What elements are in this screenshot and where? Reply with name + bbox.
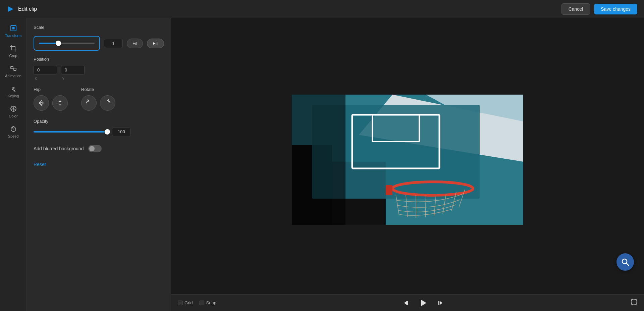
sidebar-item-speed[interactable]: Speed: [2, 122, 25, 141]
svg-rect-21: [386, 185, 392, 195]
sidebar-label-color: Color: [9, 114, 17, 118]
svg-rect-4: [14, 68, 16, 70]
svg-rect-37: [438, 301, 439, 305]
sidebar-item-color[interactable]: Color: [2, 102, 25, 121]
main-layout: Transform Crop Animation: [0, 18, 644, 311]
grid-checkbox[interactable]: [178, 301, 182, 305]
sidebar-item-transform[interactable]: Transform: [2, 21, 25, 40]
sidebar: Transform Crop Animation: [0, 18, 27, 311]
position-label: Position: [34, 57, 49, 62]
scale-value-input[interactable]: [104, 39, 123, 48]
opacity-value-input[interactable]: [112, 127, 131, 136]
sidebar-label-crop: Crop: [9, 54, 17, 58]
sidebar-label-keying: Keying: [8, 94, 19, 98]
scale-section: Scale Fit Fill: [34, 25, 164, 51]
skip-back-button[interactable]: [404, 299, 411, 307]
transform-panel: Scale Fit Fill Position: [27, 18, 171, 311]
save-button[interactable]: Save changes: [594, 4, 637, 14]
header-left: Edit clip: [7, 5, 37, 13]
scale-slider-thumb: [56, 41, 61, 46]
search-icon: [621, 258, 630, 266]
svg-rect-3: [11, 66, 13, 69]
opacity-section: Opacity: [34, 119, 164, 136]
svg-marker-9: [58, 100, 62, 102]
rotate-label: Rotate: [81, 87, 115, 92]
sidebar-item-crop[interactable]: Crop: [2, 42, 25, 60]
preview-area: Grid Snap: [171, 18, 644, 311]
svg-marker-35: [421, 300, 426, 306]
sidebar-item-animation[interactable]: Animation: [2, 62, 25, 81]
blur-background-toggle[interactable]: [88, 145, 102, 152]
basketball-scene-svg: [292, 95, 523, 225]
flip-group: Flip: [34, 87, 68, 111]
rotate-ccw-button[interactable]: [81, 95, 97, 111]
animation-icon: [9, 64, 17, 72]
header: Edit clip Cancel Save changes: [0, 0, 644, 18]
rotate-group: Rotate: [81, 87, 115, 111]
grid-checkbox-label[interactable]: Grid: [178, 300, 193, 305]
snap-checkbox[interactable]: [200, 301, 204, 305]
position-y-group: y: [61, 65, 85, 80]
scale-slider-box[interactable]: [34, 36, 100, 51]
svg-rect-30: [292, 95, 345, 225]
reset-link[interactable]: Reset: [34, 162, 46, 167]
blur-background-label: Add blurred background: [34, 146, 84, 151]
play-button[interactable]: [419, 299, 428, 307]
streamlabs-logo-icon: [7, 5, 15, 13]
zoom-button[interactable]: [616, 253, 634, 271]
sidebar-label-animation: Animation: [5, 74, 21, 78]
skip-forward-button[interactable]: [436, 299, 443, 307]
sidebar-item-keying[interactable]: Keying: [2, 82, 25, 101]
fill-button[interactable]: Fill: [147, 39, 164, 48]
color-icon: [9, 105, 17, 113]
scale-label-row: Scale: [34, 25, 164, 33]
rotate-cw-button[interactable]: [100, 95, 115, 111]
flip-vertical-button[interactable]: [52, 95, 68, 111]
svg-line-32: [626, 263, 629, 265]
position-y-label: y: [61, 76, 85, 80]
expand-button[interactable]: [631, 299, 637, 307]
toggle-thumb: [89, 146, 95, 151]
position-y-input[interactable]: [61, 65, 85, 75]
opacity-label: Opacity: [34, 119, 48, 124]
sidebar-label-speed: Speed: [8, 134, 19, 138]
position-x-group: x: [34, 65, 57, 80]
scale-slider-track-container: [39, 40, 95, 47]
rotate-buttons: [81, 95, 115, 111]
grid-label: Grid: [184, 300, 193, 305]
snap-checkbox-label[interactable]: Snap: [200, 300, 216, 305]
keying-icon: [9, 85, 17, 93]
svg-marker-33: [404, 301, 407, 305]
svg-marker-7: [39, 101, 41, 105]
svg-rect-2: [12, 27, 14, 29]
position-x-input[interactable]: [34, 65, 57, 75]
scale-slider-track[interactable]: [39, 43, 95, 44]
controls-right: [631, 299, 637, 307]
crop-icon: [9, 44, 17, 52]
opacity-slider-thumb: [105, 129, 110, 135]
video-container: [171, 18, 644, 294]
video-frame: [292, 95, 523, 225]
flip-buttons: [34, 95, 68, 111]
fit-button[interactable]: Fit: [127, 39, 143, 48]
flip-horizontal-button[interactable]: [34, 95, 49, 111]
flip-label: Flip: [34, 87, 68, 92]
opacity-controls: [34, 127, 164, 136]
opacity-slider[interactable]: [34, 131, 107, 133]
blur-background-section: Add blurred background: [34, 145, 164, 152]
svg-marker-0: [8, 6, 13, 12]
position-section: Position x y: [34, 57, 164, 80]
position-x-label: x: [34, 76, 57, 80]
video-controls-bar: Grid Snap: [171, 294, 644, 311]
scale-label: Scale: [34, 25, 45, 30]
flip-rotate-section: Flip: [34, 87, 164, 111]
speed-icon: [9, 125, 17, 133]
position-inputs: x y: [34, 65, 164, 80]
svg-marker-10: [58, 104, 62, 106]
playback-controls: [223, 299, 624, 307]
svg-rect-34: [407, 301, 408, 305]
svg-marker-8: [42, 101, 44, 105]
snap-label: Snap: [206, 300, 216, 305]
cancel-button[interactable]: Cancel: [561, 3, 590, 15]
header-right: Cancel Save changes: [561, 3, 637, 15]
